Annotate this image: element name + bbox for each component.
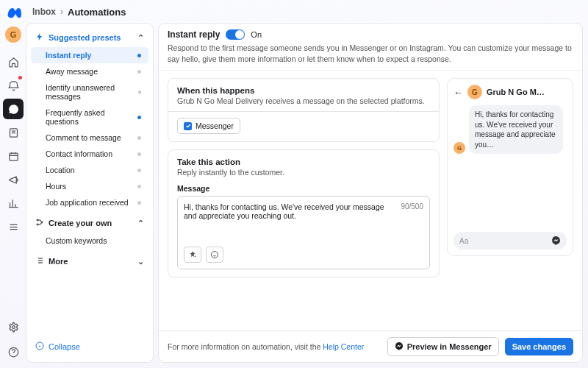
sidebar-item-label: Away message — [46, 67, 98, 76]
sidebar-item-label: Hours — [46, 182, 66, 191]
automation-title: Instant reply — [168, 29, 220, 40]
messenger-icon — [395, 342, 404, 352]
preview-column: ← G Grub N Go M… G Hi, thanks for contac… — [447, 78, 573, 323]
check-icon — [184, 122, 192, 130]
trigger-card: When this happens Grub N Go Meal Deliver… — [168, 78, 440, 142]
sidebar-item-comment-to-message[interactable]: Comment to message — [31, 130, 148, 146]
preview-composer: Aa — [453, 232, 567, 250]
sidebar-item-label: Location — [46, 166, 75, 174]
sidebar-item-away-message[interactable]: Away message — [31, 63, 148, 79]
footer-info: For more information on automation, visi… — [168, 342, 381, 351]
chevron-up-icon: ⌃ — [137, 33, 144, 43]
trigger-subtitle: Grub N Go Meal Delivery receives a messa… — [177, 96, 430, 111]
sidebar-item-contact-information[interactable]: Contact information — [31, 146, 148, 162]
rail-settings[interactable] — [3, 316, 24, 337]
char-counter: 90/500 — [401, 202, 423, 210]
automation-sidebar: Suggested presets ⌃ Instant replyAway me… — [26, 24, 153, 362]
phone-preview: ← G Grub N Go M… G Hi, thanks for contac… — [447, 78, 573, 256]
preview-message-bubble: Hi, thanks for contacting us. We've rece… — [469, 105, 563, 154]
sidebar-item-instant-reply[interactable]: Instant reply — [31, 47, 148, 63]
preview-avatar: G — [467, 85, 482, 99]
preview-composer-placeholder: Aa — [459, 237, 468, 245]
rail-ads[interactable] — [3, 169, 24, 190]
branches-icon — [35, 218, 44, 228]
svg-point-5 — [37, 224, 38, 225]
lightning-icon — [35, 32, 44, 43]
rail-help[interactable] — [3, 342, 24, 362]
message-textarea[interactable] — [184, 202, 392, 239]
personalize-button[interactable] — [184, 247, 201, 263]
preview-back-button[interactable]: ← — [453, 87, 463, 98]
sidebar-item-custom-keywords[interactable]: Custom keywords — [31, 233, 148, 249]
sidebar-item-label: Frequently asked questions — [46, 108, 137, 126]
status-dot-icon — [137, 152, 141, 156]
message-input-container: 90/500 — [177, 196, 430, 269]
account-avatar[interactable]: G — [5, 26, 21, 43]
breadcrumb-current: Automations — [68, 7, 126, 18]
svg-rect-1 — [9, 153, 17, 160]
status-dot-icon — [137, 136, 141, 140]
list-icon — [35, 256, 44, 266]
rail-home[interactable] — [3, 52, 24, 72]
rail-inbox[interactable] — [3, 99, 24, 119]
status-dot-icon — [137, 70, 141, 74]
status-dot-icon — [137, 185, 141, 188]
sidebar-item-label: Comment to message — [46, 133, 121, 142]
status-dot-icon — [137, 116, 141, 119]
preview-bubble-avatar: G — [453, 142, 465, 154]
sidebar-item-label: Instant reply — [46, 51, 91, 60]
sidebar-item-job-application-received[interactable]: Job application received — [31, 194, 148, 210]
sidebar-item-label: Identify unanswered messages — [46, 83, 138, 101]
automation-content: Instant reply On Respond to the first me… — [159, 24, 582, 362]
rail-planner[interactable] — [3, 146, 24, 166]
message-label: Message — [177, 184, 430, 193]
svg-point-8 — [212, 252, 218, 258]
svg-point-6 — [41, 222, 43, 223]
sidebar-item-frequently-asked-questions[interactable]: Frequently asked questions — [31, 105, 148, 130]
preview-page-name: Grub N Go M… — [487, 88, 545, 96]
toggle-state-label: On — [251, 30, 262, 39]
svg-point-2 — [12, 325, 15, 328]
app-leftrail: G — [0, 0, 26, 368]
breadcrumb: Inbox › Automations — [26, 0, 588, 24]
automation-description: Respond to the first message someone sen… — [168, 43, 573, 64]
preview-messenger-button[interactable]: Preview in Messenger — [387, 337, 499, 356]
rail-content[interactable] — [3, 122, 24, 143]
chevron-up-icon: ⌃ — [137, 219, 144, 228]
trigger-title: When this happens — [177, 86, 430, 95]
messenger-icon — [551, 236, 561, 247]
sidebar-item-location[interactable]: Location — [31, 162, 148, 178]
chevron-right-icon: › — [60, 7, 63, 17]
status-dot-icon — [137, 201, 141, 205]
notification-dot-icon — [18, 76, 22, 79]
status-dot-icon — [137, 54, 141, 57]
meta-logo — [5, 4, 21, 22]
status-dot-icon — [137, 169, 141, 172]
main-area: Inbox › Automations Suggested presets ⌃ … — [26, 0, 588, 368]
form-column: When this happens Grub N Go Meal Deliver… — [168, 78, 440, 323]
platform-messenger-checkbox[interactable]: Messenger — [177, 118, 240, 134]
sidebar-item-hours[interactable]: Hours — [31, 178, 148, 194]
action-title: Take this action — [177, 158, 430, 166]
sidebar-item-identify-unanswered-messages[interactable]: Identify unanswered messages — [31, 79, 148, 105]
info-icon — [35, 342, 44, 352]
automation-toggle[interactable] — [226, 29, 245, 40]
chevron-down-icon: ⌄ — [137, 257, 144, 266]
sidebar-item-label: Contact information — [46, 149, 112, 158]
emoji-button[interactable] — [206, 247, 223, 263]
sidebar-collapse-button[interactable]: Collapse — [31, 337, 148, 356]
sidebar-section-more[interactable]: More ⌄ — [31, 253, 148, 269]
breadcrumb-parent[interactable]: Inbox — [32, 7, 56, 17]
help-center-link[interactable]: Help Center — [323, 342, 364, 351]
sidebar-section-create[interactable]: Create your own ⌃ — [31, 215, 148, 231]
rail-all-tools[interactable] — [3, 216, 24, 237]
content-header: Instant reply On Respond to the first me… — [159, 24, 582, 71]
rail-insights[interactable] — [3, 193, 24, 213]
action-subtitle: Reply instantly to the customer. — [177, 168, 430, 180]
sidebar-item-label: Job application received — [46, 198, 129, 207]
sidebar-section-presets[interactable]: Suggested presets ⌃ — [31, 29, 148, 46]
svg-point-4 — [37, 219, 38, 221]
save-changes-button[interactable]: Save changes — [505, 338, 573, 355]
status-dot-icon — [138, 91, 141, 94]
content-footer: For more information on automation, visi… — [159, 330, 582, 362]
